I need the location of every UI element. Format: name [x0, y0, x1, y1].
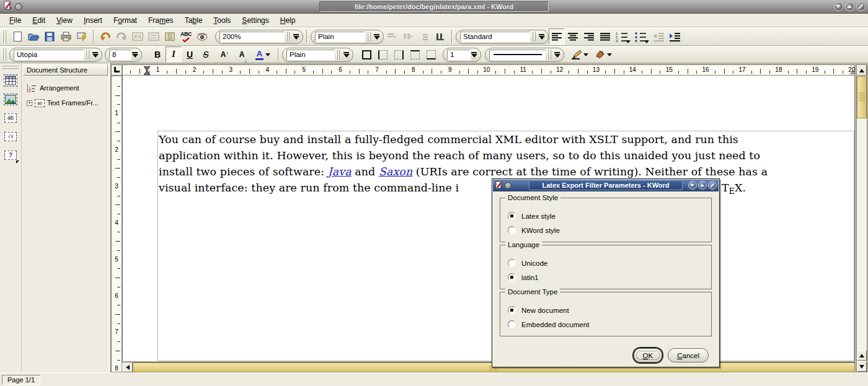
- new-document-button[interactable]: [9, 29, 25, 45]
- zoom-combobox[interactable]: 200%: [215, 30, 303, 44]
- close-button[interactable]: [856, 2, 866, 11]
- redo-button[interactable]: [113, 29, 130, 45]
- paragraph-style-combobox[interactable]: Plain: [311, 30, 384, 44]
- bold-button[interactable]: B: [149, 46, 166, 63]
- chevron-down-icon[interactable]: [626, 40, 631, 43]
- border-width-combobox[interactable]: 1: [443, 48, 481, 62]
- note-settings-button[interactable]: [416, 29, 432, 45]
- insert-footnote-button[interactable]: *: [384, 29, 400, 45]
- border-color-button[interactable]: [568, 46, 591, 63]
- radio-row-latin1[interactable]: latin1: [508, 272, 711, 283]
- chevron-down-icon[interactable]: [265, 53, 270, 56]
- chevron-down-icon[interactable]: [343, 52, 350, 58]
- insert-text-frame-button[interactable]: ab: [1, 109, 20, 126]
- print-button[interactable]: [58, 29, 74, 45]
- background-color-button[interactable]: [591, 46, 615, 63]
- radio-latex-style[interactable]: [508, 212, 516, 220]
- expander-plus-icon[interactable]: +: [27, 100, 32, 106]
- close-button[interactable]: [708, 181, 717, 190]
- radio-unicode[interactable]: [508, 259, 516, 267]
- menu-tools[interactable]: Tools: [208, 15, 236, 26]
- bullet-list-button[interactable]: [632, 29, 650, 45]
- font-family-combobox[interactable]: Utopia: [9, 48, 102, 62]
- vertical-scrollbar-thumb[interactable]: [857, 76, 867, 118]
- radio-row-new-document[interactable]: New document: [508, 305, 711, 315]
- strikethrough-button[interactable]: S: [198, 46, 214, 63]
- italic-button[interactable]: I: [166, 46, 182, 63]
- undo-button[interactable]: [97, 29, 113, 45]
- window-menu-button[interactable]: [505, 182, 512, 189]
- list-style-combobox[interactable]: Standard: [456, 30, 549, 44]
- radio-row-kword-style[interactable]: KWord style: [508, 225, 711, 235]
- radio-row-unicode[interactable]: Unicode: [508, 258, 711, 268]
- align-justify-button[interactable]: [597, 29, 613, 45]
- toolbar-grip[interactable]: [2, 48, 7, 61]
- border-bottom-button[interactable]: [423, 46, 439, 63]
- chevron-down-icon[interactable]: [131, 52, 138, 58]
- decrease-indent-button[interactable]: [650, 29, 666, 45]
- radio-row-embedded-document[interactable]: Embedded document: [508, 319, 711, 330]
- insert-object-button[interactable]: ?: [1, 146, 20, 164]
- menu-settings[interactable]: Settings: [236, 15, 274, 26]
- dialog-titlebar[interactable]: Latex Export Filter Parameters - KWord: [493, 180, 719, 191]
- tab-stop-selector[interactable]: [111, 64, 122, 76]
- scroll-down-button[interactable]: [857, 361, 867, 372]
- radio-latin1[interactable]: [508, 273, 516, 281]
- vertical-scrollbar[interactable]: [856, 64, 867, 372]
- scroll-left-button[interactable]: [122, 362, 133, 372]
- align-right-button[interactable]: [581, 29, 597, 45]
- menu-insert[interactable]: Insert: [78, 15, 108, 26]
- subscript-button[interactable]: A↓: [232, 46, 251, 63]
- delete-frame-button[interactable]: [146, 29, 162, 45]
- autocorrect-button[interactable]: [194, 29, 210, 45]
- window-menu-button[interactable]: [15, 3, 22, 11]
- border-top-button[interactable]: [407, 46, 423, 63]
- save-document-button[interactable]: [42, 29, 58, 45]
- chevron-down-icon[interactable]: [644, 40, 649, 43]
- horizontal-scrollbar[interactable]: [122, 362, 855, 372]
- menu-help[interactable]: Help: [275, 15, 301, 26]
- edit-frame-button[interactable]: [130, 29, 146, 45]
- frame-style-combobox[interactable]: Plain: [282, 48, 353, 62]
- menu-frames[interactable]: Frames: [143, 15, 179, 26]
- chevron-down-icon[interactable]: [538, 34, 545, 40]
- border-right-button[interactable]: [391, 46, 407, 63]
- radio-kword-style[interactable]: [508, 226, 516, 234]
- maximize-button[interactable]: [698, 181, 707, 190]
- menu-view[interactable]: View: [51, 15, 78, 26]
- border-left-button[interactable]: [374, 46, 391, 63]
- frame-layout-button[interactable]: [162, 29, 178, 45]
- scroll-up-button-bottom[interactable]: [857, 350, 867, 361]
- font-color-button[interactable]: A: [251, 46, 275, 63]
- maximize-button[interactable]: [845, 2, 854, 11]
- ok-button[interactable]: OK: [634, 348, 663, 362]
- numbered-list-button[interactable]: 1.2.3.: [613, 29, 632, 45]
- chevron-down-icon[interactable]: [471, 52, 477, 58]
- chevron-down-icon[interactable]: [293, 34, 299, 40]
- spellcheck-button[interactable]: ABC: [178, 29, 194, 45]
- document-structure-header[interactable]: Document Structure: [23, 64, 108, 76]
- menu-table[interactable]: Table: [179, 15, 208, 26]
- radio-row-latex-style[interactable]: Latex style: [508, 211, 711, 221]
- chevron-down-icon[interactable]: [583, 53, 588, 56]
- insert-formula-button[interactable]: √x: [1, 128, 20, 145]
- formatting-marks-button[interactable]: [432, 29, 448, 45]
- radio-new-document[interactable]: [508, 306, 516, 314]
- chevron-down-icon[interactable]: [373, 34, 380, 40]
- minimize-button[interactable]: [688, 181, 697, 190]
- increase-indent-button[interactable]: [666, 29, 683, 45]
- open-document-button[interactable]: [25, 29, 42, 45]
- menu-file[interactable]: File: [4, 15, 27, 26]
- hyperlink-saxon[interactable]: Saxon: [379, 165, 412, 178]
- chevron-down-icon[interactable]: [607, 53, 612, 56]
- border-style-combobox[interactable]: [485, 48, 564, 62]
- font-size-combobox[interactable]: 8: [105, 48, 142, 62]
- hyperlink-java[interactable]: Java: [328, 165, 352, 178]
- menu-edit[interactable]: Edit: [27, 15, 51, 26]
- insert-table-button[interactable]: [1, 72, 20, 89]
- radio-embedded-document[interactable]: [508, 320, 516, 328]
- underline-button[interactable]: U: [182, 46, 198, 63]
- insert-picture-button[interactable]: [1, 90, 20, 108]
- chevron-down-icon[interactable]: [92, 52, 99, 58]
- align-center-button[interactable]: [565, 29, 581, 45]
